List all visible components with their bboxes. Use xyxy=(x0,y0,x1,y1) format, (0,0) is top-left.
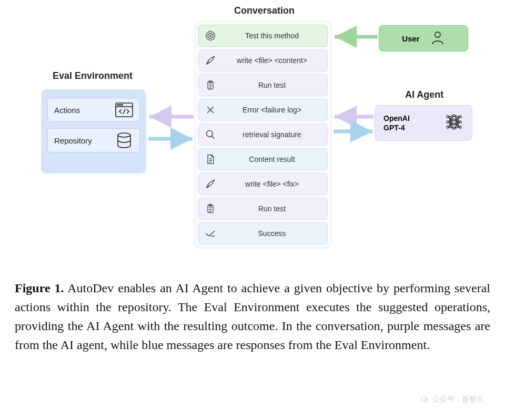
diagram-canvas: Eval Environment Conversation AI Agent A… xyxy=(0,0,505,263)
svg-point-38 xyxy=(459,126,461,128)
svg-point-17 xyxy=(207,131,213,137)
svg-point-33 xyxy=(453,119,455,121)
svg-line-5 xyxy=(123,109,125,114)
svg-line-18 xyxy=(212,136,215,139)
conv-item: Run test xyxy=(198,198,328,220)
conv-item: write <file> <content> xyxy=(198,49,328,71)
conv-text: Run test xyxy=(222,81,322,89)
watermark-text: 公众号：新智元 xyxy=(432,395,484,404)
eval-environment-panel: Actions Repository xyxy=(41,89,146,173)
conv-text: Test this method xyxy=(222,32,322,40)
svg-point-28 xyxy=(435,32,440,37)
conv-item: Content result xyxy=(198,148,328,170)
conv-text: Error <failure log> xyxy=(222,106,322,114)
svg-point-30 xyxy=(447,121,449,123)
caption-text: AutoDev enables an AI Agent to achieve a… xyxy=(15,281,490,352)
svg-point-36 xyxy=(459,116,461,118)
conv-text: Success xyxy=(222,229,322,238)
code-window-icon xyxy=(115,103,133,117)
actions-label: Actions xyxy=(54,106,80,115)
clipboard-icon xyxy=(204,202,217,215)
quill-icon xyxy=(204,54,217,67)
user-label: User xyxy=(402,34,419,43)
actions-card: Actions xyxy=(47,98,140,122)
neural-net-icon xyxy=(445,112,463,134)
user-icon xyxy=(430,30,445,47)
svg-point-35 xyxy=(453,127,455,129)
conv-item: Test this method xyxy=(198,25,328,47)
conv-item: write <file> <fix> xyxy=(198,173,328,195)
user-box: User xyxy=(379,25,468,52)
svg-point-3 xyxy=(119,105,120,106)
wechat-icon xyxy=(421,396,429,403)
svg-point-9 xyxy=(209,35,211,36)
conv-text: write <file> <content> xyxy=(222,56,322,65)
conv-text: Run test xyxy=(222,204,322,213)
conv-item: retrieval signature xyxy=(198,124,328,146)
figure-label: Figure 1. xyxy=(15,281,64,295)
svg-point-31 xyxy=(447,126,449,128)
database-icon xyxy=(115,133,133,148)
eval-env-label: Eval Environment xyxy=(53,70,133,81)
x-icon xyxy=(204,104,217,116)
agent-box: OpenAI GPT-4 xyxy=(375,105,472,141)
svg-point-29 xyxy=(447,116,449,118)
target-icon xyxy=(204,29,217,42)
search-icon xyxy=(204,128,217,141)
svg-point-8 xyxy=(208,33,213,38)
svg-point-34 xyxy=(453,123,455,125)
conv-text: retrieval signature xyxy=(222,130,322,139)
agent-label: OpenAI GPT-4 xyxy=(383,114,410,132)
svg-point-37 xyxy=(459,121,461,123)
repository-card: Repository xyxy=(47,128,140,152)
quill-icon xyxy=(204,178,217,190)
watermark: 公众号：新智元 xyxy=(421,395,484,404)
conv-item: Error <failure log> xyxy=(198,99,328,121)
svg-point-2 xyxy=(117,105,118,106)
clipboard-icon xyxy=(204,79,217,91)
document-icon xyxy=(204,153,217,166)
conv-item: Success xyxy=(198,222,328,244)
svg-point-32 xyxy=(453,115,455,117)
conv-text: write <file> <fix> xyxy=(222,180,322,188)
conversation-panel: Test this method write <file> <content> … xyxy=(195,21,331,248)
conv-text: Content result xyxy=(222,155,322,163)
svg-point-6 xyxy=(118,133,130,137)
ai-agent-label: AI Agent xyxy=(405,89,443,100)
check-icon xyxy=(204,227,217,240)
repository-label: Repository xyxy=(54,136,92,145)
conv-item: Run test xyxy=(198,74,328,96)
svg-point-7 xyxy=(206,32,215,40)
svg-point-4 xyxy=(122,105,123,106)
figure-caption: Figure 1. AutoDev enables an AI Agent to… xyxy=(15,279,490,354)
conversation-label: Conversation xyxy=(234,5,295,16)
